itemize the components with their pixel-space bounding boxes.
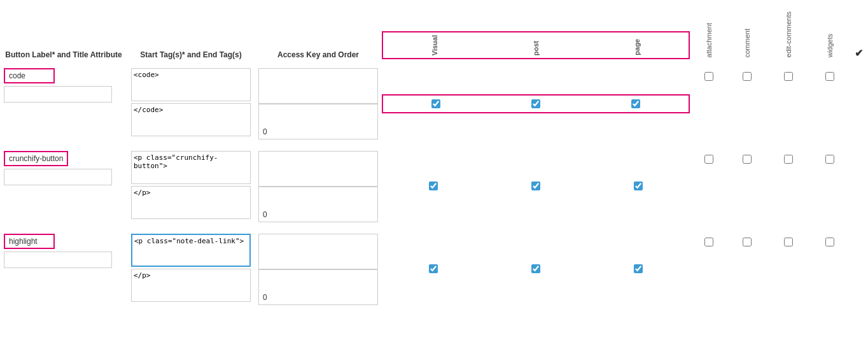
cb-visual-cell-row3	[382, 231, 484, 308]
start-tag-row1[interactable]	[131, 68, 251, 101]
cb-attachment-row1[interactable]	[704, 72, 713, 81]
header-attachment: attachment	[690, 6, 728, 66]
cb-widgets-row3[interactable]	[825, 238, 834, 246]
table-row: code 0	[0, 66, 868, 142]
cb-page-cell-row2	[587, 148, 690, 225]
cb-attachment-row3[interactable]	[704, 238, 713, 246]
check-cell-row1	[849, 66, 868, 142]
end-tag-row1[interactable]	[131, 103, 251, 136]
cb-edit-comments-row3[interactable]	[784, 238, 793, 246]
secondary-label-row1[interactable]	[4, 86, 112, 103]
cb-widgets-row1[interactable]	[825, 72, 834, 81]
order-input-row1[interactable]: 0	[258, 104, 378, 139]
table-header-row: Button Label* and Title Attribute Start …	[0, 6, 868, 66]
access-cell-row2: 0	[255, 148, 382, 225]
secondary-label-row3[interactable]	[4, 252, 112, 268]
tags-cell-row1	[127, 66, 255, 142]
header-button-label: Button Label* and Title Attribute	[0, 6, 127, 66]
cb-edit-comments-cell-row1	[766, 66, 811, 142]
header-widgets: widgets	[811, 6, 849, 66]
header-visual-post-page-group: Visual post page	[382, 6, 690, 66]
cb-attachment-cell-row1	[690, 66, 728, 142]
primary-label-row3[interactable]: highlight	[4, 234, 55, 249]
cb-attachment-cell-row2	[690, 148, 728, 225]
primary-label-row1[interactable]: code	[4, 68, 55, 83]
cb-widgets-cell-row1	[811, 66, 849, 142]
secondary-label-row2[interactable]	[4, 169, 112, 185]
cb-widgets-cell-row3	[811, 231, 849, 308]
access-key-input-row3[interactable]	[258, 234, 378, 269]
cb-post-cell-row2	[484, 148, 587, 225]
header-checkmark: ✔	[849, 6, 868, 66]
cb-edit-comments-row1[interactable]	[784, 72, 793, 81]
cb-edit-comments-cell-row3	[766, 231, 811, 308]
access-key-input-row2[interactable]	[258, 151, 378, 187]
cb-post-row1[interactable]	[531, 99, 540, 108]
header-post: post	[528, 41, 543, 55]
cb-page-cell-row3	[587, 231, 690, 308]
table-row: highlight 0	[0, 231, 868, 308]
order-input-row3[interactable]: 0	[258, 269, 378, 305]
access-cell-row1: 0	[255, 66, 382, 142]
cb-attachment-row2[interactable]	[704, 155, 713, 164]
start-tag-row2[interactable]	[131, 151, 251, 184]
access-cell-row3: 0	[255, 231, 382, 308]
header-page: page	[629, 39, 645, 55]
cb-widgets-cell-row2	[811, 148, 849, 225]
cb-comment-row2[interactable]	[743, 155, 752, 164]
cb-comment-cell-row1	[728, 66, 766, 142]
header-visual: Visual	[427, 35, 442, 55]
cb-comment-row3[interactable]	[743, 238, 752, 246]
cb-widgets-row2[interactable]	[825, 155, 834, 164]
label-cell-row3: highlight	[0, 231, 127, 308]
cb-edit-comments-row2[interactable]	[784, 155, 793, 164]
check-cell-row3	[849, 231, 868, 308]
cb-visual-row1[interactable]	[431, 99, 440, 108]
cb-attachment-cell-row3	[690, 231, 728, 308]
check-cell-row2	[849, 148, 868, 225]
label-cell-row1: code	[0, 66, 127, 142]
order-input-row2[interactable]: 0	[258, 187, 378, 222]
main-table-container: Button Label* and Title Attribute Start …	[0, 0, 868, 314]
cb-comment-cell-row2	[728, 148, 766, 225]
end-tag-row3[interactable]	[131, 269, 251, 302]
cb-page-row2[interactable]	[634, 182, 643, 190]
cb-comment-row1[interactable]	[743, 72, 752, 81]
cb-post-cell-row3	[484, 231, 587, 308]
table-row: crunchify-button 0	[0, 148, 868, 225]
header-access: Access Key and Order	[255, 6, 382, 66]
tags-cell-row3	[127, 231, 255, 308]
header-comment: comment	[728, 6, 766, 66]
header-tags: Start Tag(s)* and End Tag(s)	[127, 6, 255, 66]
cb-visual-row3[interactable]	[429, 264, 438, 273]
start-tag-row3[interactable]	[131, 234, 251, 267]
primary-label-row2[interactable]: crunchify-button	[4, 151, 68, 166]
label-cell-row2: crunchify-button	[0, 148, 127, 225]
header-edit-comments: edit-comments	[766, 6, 811, 66]
access-key-input-row1[interactable]	[258, 68, 378, 104]
cb-visual-cell-row2	[382, 148, 484, 225]
cb-page-row3[interactable]	[634, 264, 643, 273]
grouped-checkbox-cell-row1	[382, 66, 690, 142]
cb-comment-cell-row3	[728, 231, 766, 308]
cb-edit-comments-cell-row2	[766, 148, 811, 225]
tags-cell-row2	[127, 148, 255, 225]
cb-post-row2[interactable]	[531, 182, 540, 190]
end-tag-row2[interactable]	[131, 186, 251, 219]
cb-visual-row2[interactable]	[429, 182, 438, 190]
cb-page-row1[interactable]	[631, 99, 640, 108]
cb-post-row3[interactable]	[531, 264, 540, 273]
